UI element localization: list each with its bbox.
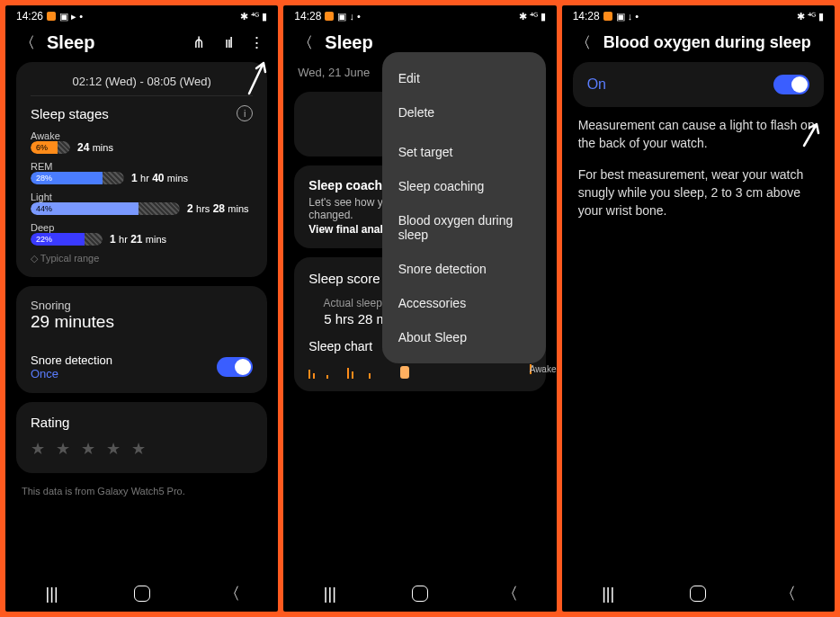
- recents-icon[interactable]: |||: [319, 585, 341, 604]
- android-nav-bar: ||| 〈: [283, 574, 556, 612]
- more-icon[interactable]: ⋮: [247, 33, 265, 52]
- home-icon[interactable]: [690, 586, 706, 602]
- light-bar: 44%: [31, 202, 139, 215]
- app-bar: 〈 Blood oxygen during sleep: [562, 25, 835, 62]
- deep-value: 1 hr 21 mins: [110, 233, 166, 246]
- awake-value: 24 mins: [77, 141, 113, 154]
- snoring-value: 29 minutes: [31, 312, 253, 332]
- deep-bar: 22%: [31, 233, 85, 246]
- menu-snore-detection[interactable]: Snore detection: [382, 252, 546, 286]
- star-icon[interactable]: ★: [131, 439, 146, 459]
- stage-awake: Awake 6% 24 mins: [31, 130, 253, 154]
- menu-about-sleep[interactable]: About Sleep: [382, 320, 546, 354]
- status-bar: 14:26 ▣ ▸ • ✱ ⁴ᴳ ▮: [5, 5, 278, 25]
- menu-delete[interactable]: Delete: [382, 95, 546, 130]
- callout-arrow-icon: [800, 121, 822, 148]
- back-icon[interactable]: 〈: [296, 32, 314, 53]
- blood-oxygen-toggle[interactable]: [773, 75, 809, 94]
- status-extra-icons: ▣ ↓ •: [337, 11, 360, 22]
- menu-sleep-coaching[interactable]: Sleep coaching: [382, 169, 546, 203]
- page-title: Sleep: [47, 32, 179, 53]
- data-source-disclaimer: This data is from Galaxy Watch5 Pro.: [16, 482, 267, 500]
- android-nav-bar: ||| 〈: [5, 574, 278, 612]
- status-time: 14:26: [16, 10, 43, 22]
- recents-icon[interactable]: |||: [597, 585, 619, 604]
- recents-icon[interactable]: |||: [41, 585, 63, 604]
- rec-dot-icon: [47, 12, 56, 21]
- sleep-stages-card: 02:12 (Wed) - 08:05 (Wed) Sleep stages i…: [16, 62, 267, 277]
- toggle-state-label: On: [587, 76, 606, 93]
- snore-detection-label: Snore detection: [31, 353, 112, 367]
- android-nav-bar: ||| 〈: [562, 574, 835, 612]
- star-icon[interactable]: ★: [106, 439, 121, 459]
- chart-icon[interactable]: ııl: [219, 34, 237, 52]
- status-right-icons: ✱ ⁴ᴳ ▮: [519, 10, 546, 22]
- panel-sleep-menu: 14:28 ▣ ↓ • ✱ ⁴ᴳ ▮ 〈 Sleep Wed, 21 June …: [283, 5, 556, 612]
- info-icon[interactable]: i: [237, 105, 253, 121]
- star-icon[interactable]: ★: [31, 439, 45, 459]
- blood-oxygen-toggle-row[interactable]: On: [573, 62, 824, 107]
- menu-accessories[interactable]: Accessories: [382, 286, 546, 320]
- stage-rem: REM 28% 1 hr 40 mins: [31, 161, 253, 184]
- menu-edit[interactable]: Edit: [382, 61, 546, 95]
- light-value: 2 hrs 28 mins: [187, 202, 249, 215]
- status-bar: 14:28 ▣ ↓ • ✱ ⁴ᴳ ▮: [562, 5, 835, 25]
- page-title: Sleep: [325, 32, 543, 53]
- back-nav-icon[interactable]: 〈: [221, 583, 243, 604]
- rem-bar: 28%: [31, 172, 103, 184]
- rating-card[interactable]: Rating ★ ★ ★ ★ ★: [16, 402, 267, 473]
- star-icon[interactable]: ★: [56, 439, 70, 459]
- stage-light: Light 44% 2 hrs 28 mins: [31, 192, 253, 215]
- status-extra-icons: ▣ ↓ •: [616, 11, 639, 22]
- rating-stars[interactable]: ★ ★ ★ ★ ★: [31, 439, 253, 459]
- back-nav-icon[interactable]: 〈: [499, 583, 521, 604]
- rec-dot-icon: [603, 12, 612, 21]
- back-icon[interactable]: 〈: [18, 32, 36, 53]
- home-icon[interactable]: [134, 586, 150, 602]
- page-title: Blood oxygen during sleep: [603, 33, 822, 52]
- typical-range-note: ◇ Typical range: [31, 253, 253, 264]
- share-icon[interactable]: ⋔: [190, 33, 208, 52]
- stage-deep: Deep 22% 1 hr 21 mins: [31, 222, 253, 246]
- rem-value: 1 hr 40 mins: [131, 172, 188, 184]
- app-bar: 〈 Sleep ⋔ ııl ⋮: [5, 25, 278, 62]
- status-right-icons: ✱ ⁴ᴳ ▮: [797, 10, 824, 22]
- snore-detection-toggle[interactable]: [217, 357, 253, 377]
- awake-bar: 6%: [31, 141, 58, 154]
- back-icon[interactable]: 〈: [575, 32, 593, 53]
- snoring-card[interactable]: Snoring 29 minutes Snore detection Once: [16, 286, 267, 393]
- status-extra-icons: ▣ ▸ •: [59, 11, 83, 22]
- menu-set-target[interactable]: Set target: [382, 135, 546, 169]
- snore-detection-value: Once: [31, 367, 112, 380]
- chart-legend-awake: Awake: [530, 364, 532, 374]
- panel-sleep-detail: 14:26 ▣ ▸ • ✱ ⁴ᴳ ▮ 〈 Sleep ⋔ ııl ⋮ 02:12…: [5, 5, 278, 612]
- status-time: 14:28: [294, 10, 321, 22]
- status-bar: 14:28 ▣ ↓ • ✱ ⁴ᴳ ▮: [283, 5, 556, 25]
- status-right-icons: ✱ ⁴ᴳ ▮: [240, 10, 267, 22]
- panel-blood-oxygen-setting: 14:28 ▣ ↓ • ✱ ⁴ᴳ ▮ 〈 Blood oxygen during…: [562, 5, 835, 612]
- status-time: 14:28: [573, 10, 600, 22]
- description-text: Measurement can cause a light to flash o…: [573, 116, 824, 232]
- menu-blood-oxygen[interactable]: Blood oxygen during sleep: [382, 203, 546, 252]
- stages-title: Sleep stages: [31, 106, 109, 121]
- back-nav-icon[interactable]: 〈: [777, 583, 799, 604]
- star-icon[interactable]: ★: [81, 439, 95, 459]
- time-range: 02:12 (Wed) - 08:05 (Wed): [31, 75, 253, 96]
- callout-arrow-icon: [244, 59, 269, 95]
- rec-dot-icon: [325, 12, 334, 21]
- overflow-menu: Edit Delete Set target Sleep coaching Bl…: [382, 52, 546, 363]
- home-icon[interactable]: [412, 586, 428, 602]
